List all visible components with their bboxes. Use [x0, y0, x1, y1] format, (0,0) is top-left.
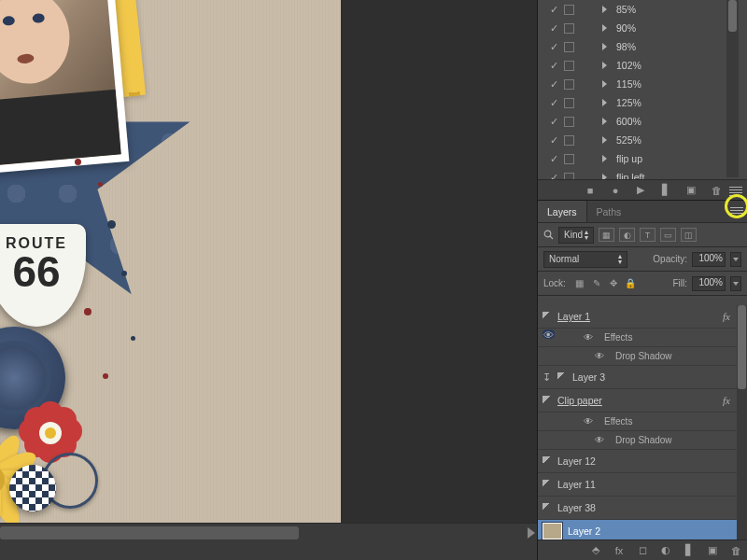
- new-layer-icon[interactable]: ▣: [706, 544, 719, 557]
- check-icon[interactable]: ✓: [549, 4, 558, 16]
- filter-shape-icon[interactable]: ▭: [660, 228, 676, 242]
- check-icon[interactable]: ✓: [549, 97, 558, 109]
- dialog-toggle[interactable]: [564, 117, 574, 127]
- expand-icon[interactable]: [602, 62, 607, 69]
- visibility-icon[interactable]: 👁: [543, 329, 555, 339]
- play-icon[interactable]: ▶: [634, 184, 647, 197]
- new-group-icon[interactable]: ▋: [683, 544, 696, 557]
- tab-layers[interactable]: Layers: [538, 201, 587, 222]
- expand-icon[interactable]: [602, 80, 607, 88]
- scrollbar-thumb[interactable]: [0, 526, 299, 539]
- expand-icon[interactable]: [602, 118, 607, 125]
- dialog-toggle[interactable]: [564, 154, 574, 164]
- expand-icon[interactable]: [602, 6, 607, 13]
- action-step[interactable]: ✓115%: [538, 75, 747, 93]
- effects-row[interactable]: 👁Effects: [538, 413, 747, 431]
- layer-name[interactable]: Layer 38: [557, 502, 747, 513]
- horizontal-scrollbar[interactable]: [0, 523, 537, 541]
- layer-thumbnail[interactable]: [543, 523, 562, 539]
- layer-style-icon[interactable]: fx: [613, 544, 626, 557]
- layers-list[interactable]: 👁Layer 1fx▾👁Effects👁Drop Shadow👁↧Layer 3…: [538, 305, 747, 539]
- new-action-icon[interactable]: ▣: [684, 184, 698, 197]
- fill-dropdown[interactable]: [730, 276, 741, 291]
- tab-paths[interactable]: Paths: [587, 206, 631, 217]
- scrollbar-thumb[interactable]: [738, 305, 746, 389]
- action-step[interactable]: ✓98%: [538, 37, 747, 56]
- effects-row[interactable]: 👁Effects: [538, 329, 747, 347]
- visibility-icon[interactable]: 👁: [594, 351, 605, 361]
- fill-input[interactable]: 100%: [692, 276, 726, 291]
- expand-icon[interactable]: [602, 43, 607, 50]
- layers-scrollbar[interactable]: [737, 305, 747, 539]
- expand-icon[interactable]: [602, 99, 607, 106]
- layer-name[interactable]: Layer 12: [557, 455, 747, 467]
- check-icon[interactable]: ✓: [549, 153, 558, 165]
- check-icon[interactable]: ✓: [549, 22, 558, 35]
- check-icon[interactable]: ✓: [549, 41, 558, 53]
- filter-pixel-icon[interactable]: ▦: [599, 228, 614, 242]
- check-icon[interactable]: ✓: [549, 60, 558, 72]
- action-step[interactable]: ✓flip up: [538, 149, 747, 168]
- fx-badge[interactable]: fx: [723, 311, 730, 322]
- action-step[interactable]: ✓600%: [538, 112, 747, 131]
- layer-row[interactable]: 👁Layer 11: [538, 473, 747, 497]
- filter-adjustment-icon[interactable]: ◐: [619, 228, 635, 242]
- adjustment-layer-icon[interactable]: ◐: [659, 544, 672, 557]
- link-layers-icon[interactable]: ⬘: [589, 544, 602, 557]
- record-icon[interactable]: ●: [609, 184, 622, 197]
- panel-menu-icon[interactable]: [729, 185, 742, 196]
- effect-item-row[interactable]: 👁Drop Shadow: [538, 431, 747, 450]
- delete-layer-icon[interactable]: 🗑: [729, 544, 742, 557]
- new-folder-icon[interactable]: ▋: [659, 184, 672, 197]
- dialog-toggle[interactable]: [564, 23, 574, 34]
- action-step[interactable]: ✓102%: [538, 56, 747, 75]
- layer-name[interactable]: Layer 11: [557, 479, 747, 490]
- expand-icon[interactable]: [602, 155, 607, 162]
- action-step[interactable]: ✓90%: [538, 19, 747, 37]
- filter-type-icon[interactable]: T: [640, 228, 655, 242]
- dialog-toggle[interactable]: [564, 79, 574, 90]
- layer-row[interactable]: 👁Layer 12: [538, 450, 747, 473]
- layer-row[interactable]: 👁↧Layer 3: [538, 366, 747, 389]
- layer-mask-icon[interactable]: ◻: [636, 544, 649, 557]
- filter-kind-select[interactable]: Kind▴▾: [558, 227, 594, 244]
- layer-row[interactable]: 👁Layer 2: [538, 520, 747, 539]
- fx-badge[interactable]: fx: [723, 395, 730, 406]
- stop-icon[interactable]: ■: [584, 184, 597, 197]
- check-icon[interactable]: ✓: [549, 78, 558, 91]
- layer-name[interactable]: Layer 1: [557, 311, 717, 322]
- expand-icon[interactable]: [602, 136, 607, 144]
- expand-icon[interactable]: [602, 24, 607, 32]
- visibility-icon[interactable]: 👁: [583, 416, 594, 427]
- dialog-toggle[interactable]: [564, 5, 574, 15]
- lock-pixels-icon[interactable]: ✎: [590, 277, 603, 290]
- opacity-input[interactable]: 100%: [692, 252, 726, 267]
- actions-scrollbar[interactable]: [726, 0, 739, 177]
- check-icon[interactable]: ✓: [549, 134, 558, 147]
- scroll-right-arrow[interactable]: [528, 527, 535, 539]
- lock-all-icon[interactable]: 🔒: [624, 277, 637, 290]
- scrollbar-thumb[interactable]: [728, 0, 737, 32]
- action-step[interactable]: ✓125%: [538, 93, 747, 112]
- dialog-toggle[interactable]: [564, 42, 574, 52]
- layer-row[interactable]: 👁Clip paperfx▾: [538, 389, 747, 413]
- visibility-icon[interactable]: 👁: [594, 435, 605, 445]
- action-step[interactable]: ✓525%: [538, 131, 747, 149]
- filter-smart-icon[interactable]: ◫: [681, 228, 697, 242]
- document-canvas[interactable]: ROUTE 66: [0, 0, 341, 527]
- opacity-dropdown[interactable]: [730, 252, 741, 267]
- trash-icon[interactable]: 🗑: [710, 184, 723, 197]
- blend-mode-select[interactable]: Normal▴▾: [543, 251, 627, 268]
- dialog-toggle[interactable]: [564, 98, 574, 108]
- layer-row[interactable]: 👁Layer 38: [538, 497, 747, 520]
- lock-position-icon[interactable]: ✥: [607, 277, 620, 290]
- layer-name[interactable]: Layer 2: [568, 525, 747, 537]
- visibility-icon[interactable]: 👁: [583, 332, 594, 343]
- lock-transparency-icon[interactable]: ▦: [573, 277, 586, 290]
- layer-row[interactable]: 👁Layer 1fx▾: [538, 305, 747, 329]
- dialog-toggle[interactable]: [564, 135, 574, 146]
- check-icon[interactable]: ✓: [549, 116, 558, 128]
- layer-name[interactable]: Layer 3: [572, 371, 747, 383]
- layers-panel-menu-icon[interactable]: [730, 207, 743, 217]
- layer-name[interactable]: Clip paper: [557, 395, 717, 406]
